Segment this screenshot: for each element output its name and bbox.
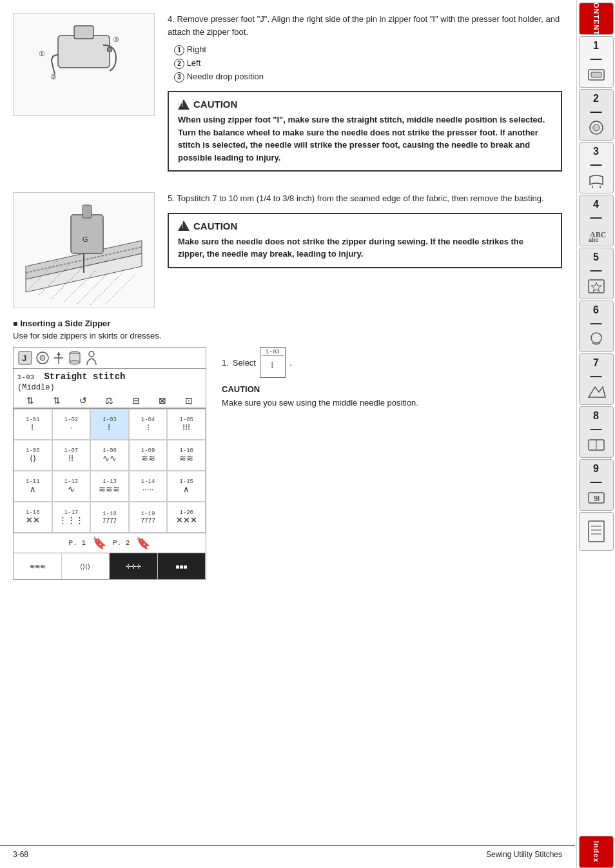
stitch-cell-1-07[interactable]: 1-07 ⁞⁞	[52, 440, 91, 471]
index-tab[interactable]: Index	[579, 836, 614, 868]
svg-text:G: G	[83, 235, 88, 243]
tab-3-icon	[586, 172, 607, 190]
stitch-cell-1-05[interactable]: 1-05 ⁞⁞⁞	[167, 409, 206, 440]
svg-text:①: ①	[39, 50, 45, 57]
right-sidebar: CONTENTS 1 — 2 — 3 — 4 — ABC abc	[576, 0, 615, 868]
stitch-cell-1-09[interactable]: 1-09 ≋≋	[129, 440, 168, 471]
notes-icon	[586, 520, 607, 543]
side-zipper-section: Inserting a Side Zipper Use for side zip…	[13, 319, 562, 580]
stitch-pattern-row: ⇅ ⇅ ↺ ⚖ ⊟ ⊠ ⊡	[14, 393, 206, 408]
stitch-bottom-cell-1: ≋≋≋	[14, 553, 62, 579]
page-icon-1[interactable]: 🔖	[92, 536, 106, 550]
svg-text:③: ③	[113, 35, 119, 43]
stitch-panel-header: J	[14, 348, 206, 369]
section-middle: G 5. Topstitch 7 to 10 mm (1/4 to 3	[13, 192, 562, 308]
svg-rect-15	[589, 521, 604, 542]
contents-tab[interactable]: CONTENTS	[579, 3, 614, 35]
stitch-bottom-cell-3: ✛✛✛	[110, 553, 158, 579]
sidebar-notes-tab[interactable]	[579, 512, 614, 551]
sewing-svg: G	[19, 195, 148, 305]
svg-rect-26	[83, 205, 92, 218]
stitch-cell-1-15[interactable]: 1-15 ∧	[167, 471, 206, 502]
section-top: ③ ① ② 4. Remove presser foot "J". Align …	[13, 13, 562, 179]
sidebar-tab-8[interactable]: 8 —	[579, 406, 614, 458]
stitch-bottom-row: ≋≋≋ ⟨⟩⟨⟩ ✛✛✛ ■■■	[14, 553, 206, 579]
sidebar-tab-4[interactable]: 4 — ABC abc	[579, 195, 614, 246]
caution-box-1: CAUTION When using zipper foot "I", make…	[168, 91, 562, 172]
stitch-cell-1-13[interactable]: 1-13 ≋≋≋	[90, 471, 129, 502]
svg-point-21	[107, 47, 112, 52]
stitch-grid: 1-01 ⁞ 1-02 · 1-03 ⁞ 1-04 ⁝	[14, 408, 206, 533]
tab-5-icon	[586, 277, 607, 295]
step4-item-1: 1 Right	[174, 43, 562, 57]
caution3-title: CAUTION	[222, 384, 562, 394]
stitch-cell-1-11[interactable]: 1-11 ∧	[14, 471, 52, 502]
panel-icon-foot	[35, 351, 50, 365]
caution3-block: CAUTION Make sure you sew using the midd…	[222, 384, 562, 409]
page-footer: 3-68 Sewing Utility Stitches	[0, 845, 575, 859]
panel-icon-J: J	[17, 350, 33, 366]
caution-triangle-1	[178, 99, 190, 110]
tab-4-icon: ABC abc	[586, 224, 607, 242]
step5-text: 5. Topstitch 7 to 10 mm (1/4 to 3/8 inch…	[168, 192, 562, 205]
presser-foot-image: ③ ① ②	[13, 13, 155, 116]
stitch-cell-1-01[interactable]: 1-01 ⁞	[14, 409, 52, 440]
side-zipper-content: J	[13, 347, 562, 580]
svg-point-3	[593, 124, 600, 131]
side-zipper-header: Inserting a Side Zipper	[13, 319, 562, 328]
stitch-cell-1-06[interactable]: 1-06 ⟨⟩	[14, 440, 52, 471]
tab-8-icon	[586, 436, 607, 454]
footer-section-title: Sewing Utility Stitches	[486, 850, 562, 859]
page-icon-2[interactable]: 🔖	[136, 536, 150, 550]
tab-2-icon	[586, 119, 607, 137]
side-zipper-right: 1. Select 1-03 ⁞ . CAUTION Make sure you…	[222, 347, 562, 580]
sidebar-tab-1[interactable]: 1 —	[579, 36, 614, 88]
sidebar-tab-6[interactable]: 6 —	[579, 301, 614, 352]
tab-1-icon	[586, 66, 607, 84]
caution2-text: Make sure the needle does not strike the…	[178, 235, 552, 261]
panel-icon-person	[84, 351, 99, 365]
sidebar-tab-2[interactable]: 2 —	[579, 89, 614, 141]
caution-box-2: CAUTION Make sure the needle does not st…	[168, 213, 562, 268]
stitch-cell-1-04[interactable]: 1-04 ⁝	[129, 409, 168, 440]
step4-list: 1 Right 2 Left 3 Needle drop position	[174, 43, 562, 83]
sidebar-tab-3[interactable]: 3 —	[579, 142, 614, 193]
stitch-cell-1-18[interactable]: 1-18 7777	[90, 502, 129, 533]
stitch-reference-icon: 1-03 ⁞	[260, 347, 286, 378]
sidebar-tab-9[interactable]: 9 — 9I	[579, 459, 614, 511]
step4-text: 4. Remove presser foot "J". Align the ri…	[168, 13, 562, 38]
svg-point-10	[591, 333, 601, 343]
stitch-cell-1-16[interactable]: 1-16 ✕✕	[14, 502, 52, 533]
panel-icon-arrows	[52, 351, 65, 365]
panel-icon-spool	[68, 351, 82, 365]
stitch-footer: P. 1 🔖 P. 2 🔖	[14, 533, 206, 553]
step-5-content: 5. Topstitch 7 to 10 mm (1/4 to 3/8 inch…	[168, 192, 562, 308]
footer-page-number: 3-68	[13, 850, 28, 859]
sidebar-tab-5[interactable]: 5 —	[579, 248, 614, 299]
svg-text:J: J	[22, 353, 26, 363]
stitch-subtitle: (Middle)	[14, 383, 206, 393]
stitch-title: 1-03 Straight stitch	[14, 370, 206, 383]
stitch-cell-1-08[interactable]: 1-08 ∿∿	[90, 440, 129, 471]
stitch-cell-1-03[interactable]: 1-03 ⁞	[90, 409, 129, 440]
step4-item-2: 2 Left	[174, 57, 562, 70]
stitch-cell-1-02[interactable]: 1-02 ·	[52, 409, 91, 440]
select-instruction: 1. Select 1-03 ⁞ .	[222, 347, 562, 378]
presser-foot-svg: ③ ① ②	[19, 16, 148, 113]
stitch-cell-1-17[interactable]: 1-17 ⋮⋮⋮	[52, 502, 91, 533]
caution2-title: CAUTION	[178, 221, 552, 232]
stitch-cell-1-20[interactable]: 1-20 ✕✕✕	[167, 502, 206, 533]
svg-marker-34	[57, 352, 61, 355]
svg-text:②: ②	[50, 73, 57, 81]
sewing-image: G	[13, 192, 155, 308]
caution3-text: Make sure you sew using the middle needl…	[222, 397, 562, 409]
sidebar-tab-7[interactable]: 7 —	[579, 353, 614, 405]
stitch-cell-1-14[interactable]: 1-14 ·····	[129, 471, 168, 502]
main-content: ③ ① ② 4. Remove presser foot "J". Align …	[0, 0, 575, 868]
tab-9-icon: 9I	[586, 489, 607, 507]
svg-rect-1	[591, 72, 601, 77]
stitch-cell-1-10[interactable]: 1-10 ≋≋	[167, 440, 206, 471]
svg-rect-19	[58, 35, 110, 68]
stitch-cell-1-12[interactable]: 1-12 ∿	[52, 471, 91, 502]
stitch-cell-1-19[interactable]: 1-19 7777	[129, 502, 168, 533]
